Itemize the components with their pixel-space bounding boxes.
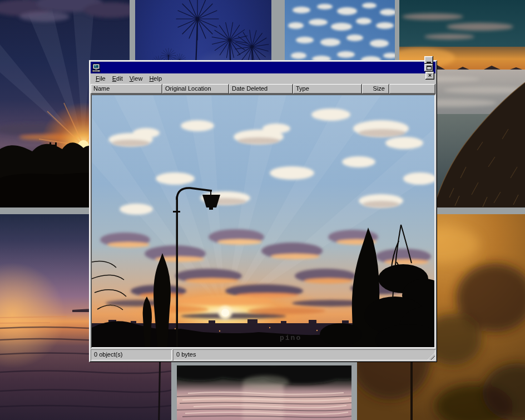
menu-edit[interactable]: Edit: [109, 74, 126, 83]
window-controls: ×: [424, 56, 434, 80]
menu-help[interactable]: Help: [146, 74, 165, 83]
status-objects: 0 object(s): [91, 349, 172, 360]
maximize-button[interactable]: [424, 64, 433, 72]
close-button[interactable]: ×: [425, 72, 434, 80]
window-titlebar[interactable]: ×: [91, 62, 435, 73]
maximize-icon: [427, 66, 432, 70]
wallpaper-water-reflection-photo: [177, 365, 351, 420]
column-header-row: Name Original Location Date Deleted Type…: [91, 84, 435, 94]
status-bar: 0 object(s) 0 bytes: [91, 349, 435, 360]
status-bytes: 0 bytes: [173, 349, 435, 360]
menu-view[interactable]: View: [126, 74, 146, 83]
close-icon: ×: [428, 73, 432, 78]
desktop: × File Edit View Help Name Original Loca…: [0, 0, 525, 420]
menu-file[interactable]: File: [92, 74, 109, 83]
column-header-name[interactable]: Name: [91, 84, 162, 94]
column-header-date-deleted[interactable]: Date Deleted: [229, 84, 293, 94]
recycle-bin-window: × File Edit View Help Name Original Loca…: [89, 60, 437, 362]
column-header-type[interactable]: Type: [293, 84, 362, 94]
column-header-size[interactable]: Size: [362, 84, 389, 94]
file-list-area[interactable]: pino: [91, 94, 435, 348]
computer-icon[interactable]: [92, 63, 101, 72]
menu-bar: File Edit View Help: [91, 73, 435, 84]
column-header-original-location[interactable]: Original Location: [162, 84, 229, 94]
sunset-photo: pino: [92, 95, 434, 347]
minimize-button[interactable]: [424, 56, 433, 64]
minimize-icon: [427, 62, 431, 63]
column-header-filler: [389, 84, 435, 94]
photo-watermark: pino: [280, 334, 301, 342]
